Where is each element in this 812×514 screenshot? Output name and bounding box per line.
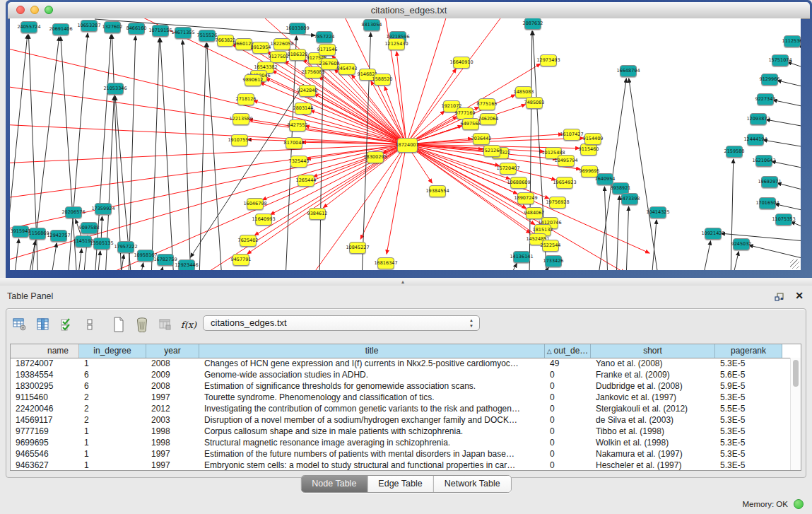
- network-node[interactable]: 1145193: [75, 235, 92, 247]
- network-edge[interactable]: [129, 36, 136, 270]
- network-edge[interactable]: [10, 144, 406, 163]
- network-node[interactable]: 9457791: [233, 254, 249, 266]
- network-node[interactable]: 16033809: [289, 23, 306, 35]
- network-node[interactable]: 16816347: [377, 257, 394, 269]
- network-node[interactable]: 18495794: [558, 155, 575, 167]
- network-node[interactable]: 11156869: [29, 228, 46, 240]
- table-row[interactable]: 1456911722003Disruption of a novel membe…: [11, 414, 791, 426]
- network-node[interactable]: 12125430: [388, 38, 405, 50]
- table-row[interactable]: 977716911998Corpus callosum shape and si…: [11, 426, 791, 437]
- network-node[interactable]: 12973493: [540, 54, 557, 66]
- network-canvas[interactable]: 1872400724055724206914061065328713276028…: [10, 18, 801, 270]
- tab-edge-table[interactable]: Edge Table: [367, 476, 433, 492]
- float-panel-icon[interactable]: [774, 291, 785, 303]
- network-node[interactable]: 10414325: [649, 206, 666, 218]
- network-node[interactable]: 9242848: [299, 85, 316, 97]
- network-node[interactable]: 9097588: [81, 222, 98, 234]
- column-header-short[interactable]: short: [591, 344, 715, 358]
- network-node[interactable]: 9777169: [457, 107, 473, 119]
- network-node[interactable]: 19692971: [761, 176, 778, 188]
- table-row[interactable]: 946362711997Embryonic stem cells: a mode…: [11, 460, 791, 470]
- network-node[interactable]: 11075353: [775, 214, 792, 226]
- network-edge[interactable]: [406, 18, 505, 144]
- network-node[interactable]: 18724007: [397, 138, 418, 153]
- network-node[interactable]: 10688609: [510, 177, 527, 189]
- network-node[interactable]: 16046798: [247, 198, 264, 210]
- network-node[interactable]: 11640993: [255, 214, 272, 226]
- network-node[interactable]: 1112536: [784, 35, 801, 47]
- network-edge[interactable]: [406, 18, 448, 144]
- column-header-pagerank[interactable]: pagerank: [715, 344, 782, 358]
- table-row[interactable]: 911546021997Tourette syndrome. Phenomeno…: [11, 392, 791, 403]
- network-node[interactable]: 7521264: [483, 145, 500, 157]
- network-edge[interactable]: [260, 83, 406, 144]
- network-node[interactable]: 10958167: [137, 250, 154, 262]
- network-node[interactable]: 19107554: [231, 134, 248, 146]
- network-edge[interactable]: [10, 86, 406, 144]
- network-node[interactable]: 21756085: [305, 66, 322, 78]
- vertical-scrollbar[interactable]: [790, 358, 801, 470]
- function-fx-icon[interactable]: f(x): [181, 317, 196, 332]
- network-node[interactable]: 10921422: [705, 228, 722, 240]
- network-node[interactable]: 12093872: [750, 113, 767, 125]
- network-window-titlebar[interactable]: citations_edges.txt: [8, 2, 810, 19]
- rows-icon[interactable]: [82, 317, 98, 332]
- network-node[interactable]: 1327602: [104, 21, 121, 33]
- table-row[interactable]: 946554611997Estimation of the future num…: [11, 448, 791, 460]
- network-node[interactable]: 8186328: [289, 49, 306, 61]
- network-node[interactable]: 16648794: [620, 65, 637, 77]
- network-edge[interactable]: [68, 33, 88, 270]
- network-node[interactable]: 1485083: [515, 86, 532, 98]
- network-node[interactable]: 8170044: [286, 137, 302, 149]
- network-node[interactable]: 8427552: [289, 119, 306, 132]
- network-node[interactable]: 9660128: [235, 38, 252, 50]
- network-node[interactable]: 10653287: [81, 20, 98, 32]
- close-panel-icon[interactable]: ✕: [795, 290, 804, 301]
- network-node[interactable]: 3915943: [12, 226, 29, 238]
- network-node[interactable]: 7857224: [316, 31, 333, 43]
- network-edge[interactable]: [777, 81, 801, 87]
- network-node[interactable]: 24055724: [20, 21, 37, 33]
- network-edge[interactable]: [775, 204, 801, 211]
- network-node[interactable]: 19654923: [556, 177, 573, 189]
- network-edge[interactable]: [626, 206, 629, 270]
- network-node[interactable]: 2367608: [321, 58, 338, 70]
- network-node[interactable]: 1640954: [596, 173, 613, 185]
- network-node[interactable]: 16107427: [563, 129, 580, 141]
- network-edge[interactable]: [140, 263, 143, 270]
- column-header-year[interactable]: year: [146, 344, 199, 358]
- network-node[interactable]: 8912954: [252, 42, 269, 54]
- network-node[interactable]: 10719155: [152, 25, 169, 37]
- table-row[interactable]: 1830029562008Estimation of significance …: [11, 380, 791, 392]
- network-edge[interactable]: [207, 43, 222, 270]
- network-node[interactable]: 9890612: [245, 74, 261, 86]
- network-node[interactable]: 16782759: [157, 254, 174, 266]
- resize-grip-icon[interactable]: [790, 259, 799, 269]
- network-node[interactable]: 2718126: [237, 93, 254, 105]
- network-node[interactable]: 20691406: [52, 23, 69, 35]
- network-node[interactable]: 7485083: [526, 97, 543, 109]
- network-node[interactable]: 16210643: [755, 155, 772, 167]
- new-document-icon[interactable]: [111, 317, 126, 332]
- network-node[interactable]: 9227343: [757, 93, 774, 105]
- network-node[interactable]: 1733426: [545, 255, 562, 267]
- network-node[interactable]: 12923446: [178, 259, 195, 271]
- panel-splitter[interactable]: ▴: [0, 278, 812, 286]
- network-edge[interactable]: [616, 196, 620, 270]
- network-node[interactable]: 7325443: [290, 156, 307, 168]
- network-node[interactable]: 12942757: [50, 230, 67, 242]
- network-node[interactable]: 20206576: [65, 206, 82, 218]
- table-settings-icon[interactable]: [12, 317, 28, 332]
- network-node[interactable]: 1265444: [298, 175, 314, 187]
- network-node[interactable]: 9115460: [580, 144, 597, 156]
- network-edge[interactable]: [772, 161, 801, 168]
- network-edge[interactable]: [151, 38, 160, 270]
- network-node[interactable]: 17016504: [759, 197, 776, 209]
- network-edge[interactable]: [508, 264, 517, 270]
- column-header-title[interactable]: title: [199, 344, 545, 358]
- network-edge[interactable]: [749, 245, 801, 259]
- network-node[interactable]: 8813054: [363, 19, 380, 31]
- network-node[interactable]: 8454743: [339, 63, 355, 75]
- network-node[interactable]: 18907249: [517, 192, 534, 204]
- network-edge[interactable]: [14, 239, 19, 270]
